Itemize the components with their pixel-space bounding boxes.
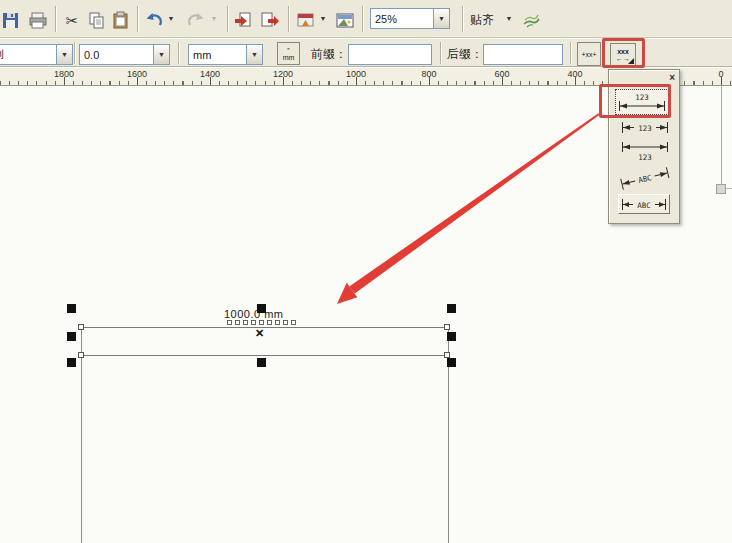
selection-handle-bottom-center[interactable] [257,358,266,367]
text-node[interactable] [227,320,232,325]
application-launcher-icon [296,11,316,30]
zoom-level-value: 25% [371,13,433,25]
flyout-item-text-below-line[interactable]: 123 [619,141,671,163]
line-end-node[interactable] [78,352,84,358]
application-launcher-dropdown[interactable]: ▼ [318,15,328,22]
text-in-line-boxed-icon: ABC [621,198,667,211]
text-below-line-icon: 123 [621,141,669,163]
dimension-precision-value: 0.0 [80,49,153,61]
show-units-quote: ” [287,47,289,54]
zoom-level-combo[interactable]: 25% ▼ [370,8,450,29]
toolbar-separator [227,6,229,32]
selection-handle-top-center[interactable] [257,304,266,313]
flyout-item-text-in-line-boxed[interactable]: ABC [618,194,670,214]
options-icon [521,11,541,30]
flyout-item-text-in-line[interactable]: 123 [619,120,671,134]
ruler-major-tick [429,77,430,85]
save-button[interactable] [0,8,22,32]
selection-handle-middle-right[interactable] [447,332,456,341]
dimension-units-arrow[interactable]: ▼ [246,45,262,64]
suffix-input[interactable] [483,44,563,65]
dynamic-dimensioning-icon: +xx+ [581,51,596,58]
export-icon [260,11,280,30]
ruler-major-tick [64,77,65,85]
svg-text:123: 123 [638,123,652,132]
dimension-precision-combo[interactable]: 0.0 ▼ [79,44,170,65]
redo-button[interactable] [184,8,208,32]
extension-line-left[interactable] [81,327,82,543]
text-node[interactable] [275,320,280,325]
selection-handle-bottom-left[interactable] [67,358,76,367]
ruler-major-tick [356,77,357,85]
copy-icon [88,11,106,30]
line-end-node[interactable] [78,324,84,330]
dimension-style-arrow[interactable]: ▼ [56,45,72,64]
annotation-highlight-toolbar-button [602,38,645,68]
snap-to-button[interactable]: 贴齐 [470,12,494,29]
application-launcher-button[interactable] [294,8,318,32]
selection-handle-top-left[interactable] [67,304,76,313]
import-icon [233,11,253,30]
cut-icon: ✂ [66,13,79,28]
save-icon [1,11,20,30]
paste-button[interactable] [109,8,133,32]
paste-icon [112,11,130,30]
snap-to-dropdown[interactable]: ▼ [504,15,514,22]
selection-handle-bottom-right[interactable] [447,358,456,367]
ruler-major-tick [210,77,211,85]
dimension-units-value: mm [189,49,246,61]
toolbar-separator [462,6,464,32]
print-button[interactable] [26,8,50,32]
import-button[interactable] [231,8,255,32]
dimension-line-bottom[interactable] [81,355,449,356]
copy-button[interactable] [85,8,109,32]
page-border-vertical [721,86,722,189]
dimension-style-combo[interactable]: 十进制 ▼ [0,44,73,65]
text-node[interactable] [283,320,288,325]
ruler-major-tick [575,77,576,85]
dimension-line-top[interactable] [81,327,449,328]
ruler-major-tick [283,77,284,85]
text-in-line-icon: 123 [621,121,669,134]
propbar-separator [570,42,572,64]
text-node[interactable] [267,320,272,325]
ruler-major-tick [721,77,722,85]
close-icon[interactable]: × [669,73,675,83]
flyout-item-text-slanted[interactable]: ABC [615,167,675,191]
export-button[interactable] [258,8,282,32]
cut-button[interactable]: ✂ [60,8,84,32]
redo-dropdown[interactable]: ▼ [209,15,219,22]
text-node[interactable] [291,320,296,325]
dimension-style-value: 十进制 [0,47,56,62]
annotation-arrow [330,105,610,310]
suffix-label: 后缀： [447,46,483,63]
dimension-units-combo[interactable]: mm ▼ [188,44,263,65]
propbar-separator [440,42,442,64]
text-node[interactable] [251,320,256,325]
dynamic-dimensioning-button[interactable]: +xx+ [577,42,601,66]
page-corner-node [716,184,726,194]
undo-button[interactable] [142,8,166,32]
toolbar-separator [137,6,139,32]
undo-dropdown[interactable]: ▼ [166,15,176,22]
svg-text:123: 123 [638,153,652,162]
toolbar-separator [288,6,290,32]
toolbar-separator [362,6,364,32]
prefix-input[interactable] [348,44,432,65]
prefix-label: 前缀： [311,46,347,63]
options-button[interactable] [519,8,543,32]
undo-icon [144,11,164,29]
text-node[interactable] [235,320,240,325]
show-units-button[interactable]: ” mm [277,42,300,65]
dimension-precision-arrow[interactable]: ▼ [153,45,169,64]
selection-handle-middle-left[interactable] [67,332,76,341]
dimension-value-text[interactable]: 1000.0 mm [224,308,284,320]
zoom-combo-arrow[interactable]: ▼ [433,9,449,28]
text-node[interactable] [259,320,264,325]
line-end-node[interactable] [444,324,450,330]
object-center-marker[interactable]: ✕ [255,327,264,340]
text-node[interactable] [243,320,248,325]
print-icon [28,11,48,30]
svg-text:ABC: ABC [637,173,652,185]
welcome-screen-button[interactable] [333,8,357,32]
